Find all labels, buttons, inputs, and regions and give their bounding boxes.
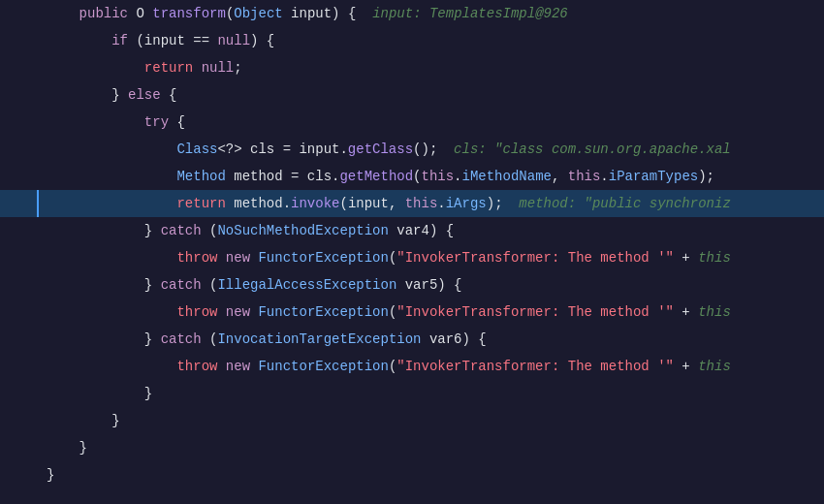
- token: (: [226, 4, 234, 23]
- token: ();: [413, 140, 454, 159]
- code-line-4: } else {: [0, 81, 824, 109]
- token: (: [202, 221, 218, 240]
- keyword-null2: null: [202, 58, 235, 78]
- keyword-this2: this: [568, 167, 601, 186]
- token: [250, 357, 258, 376]
- keyword-new2: new: [226, 302, 250, 322]
- type-class: Class: [176, 140, 217, 159]
- line-content-14: throw new FunctorException ( "InvokerTra…: [39, 353, 824, 380]
- token: (: [202, 330, 218, 349]
- code-line-3: return null ;: [0, 54, 824, 81]
- line-number-17: [0, 434, 39, 461]
- keyword-null: null: [217, 31, 250, 50]
- line-number-6: [0, 136, 39, 163]
- line-content-15: }: [39, 380, 824, 407]
- token: [47, 248, 176, 268]
- token: }: [47, 438, 87, 457]
- line-content-11: } catch ( IllegalAccessException var5) {: [39, 271, 824, 299]
- token: (input ==: [128, 31, 217, 50]
- line-content-16: }: [39, 407, 824, 434]
- token: var6) {: [422, 330, 487, 349]
- type-functorexception2: FunctorException: [258, 302, 388, 322]
- line-content-5: try {: [39, 109, 824, 136]
- line-number-11: [0, 271, 39, 299]
- token: );: [698, 167, 714, 186]
- hint-text: input: TemplatesImpl@926: [372, 4, 568, 23]
- token: [217, 302, 225, 322]
- token: ;: [234, 58, 241, 78]
- line-number-10: [0, 244, 39, 271]
- token: [47, 112, 144, 132]
- line-content-13: } catch ( InvocationTargetException var6…: [39, 326, 824, 353]
- line-number-12: [0, 299, 39, 326]
- line-number-5: [0, 109, 39, 136]
- line-number-14: [0, 353, 39, 380]
- type-functorexception1: FunctorException: [258, 248, 388, 268]
- method-name: transform: [152, 4, 226, 23]
- token: .: [437, 194, 445, 213]
- code-line-5: try {: [0, 109, 824, 136]
- token: [217, 357, 225, 376]
- line-content-3: return null ;: [39, 54, 824, 81]
- code-line-10: throw new FunctorException ( "InvokerTra…: [0, 244, 824, 271]
- keyword-throw3: throw: [176, 357, 217, 376]
- token: );: [487, 194, 520, 213]
- code-line-16: }: [0, 407, 824, 434]
- token: .: [454, 167, 461, 186]
- code-line-8: return method. invoke (input, this . iAr…: [0, 190, 824, 217]
- token: [193, 58, 201, 78]
- code-line-9: } catch ( NoSuchMethodException var4) {: [0, 217, 824, 244]
- field-imethodname: iMethodName: [462, 167, 552, 186]
- token: [47, 302, 176, 322]
- token: (: [413, 167, 421, 186]
- hint-method: method: "public synchroniz: [519, 194, 730, 213]
- line-content-18: }: [39, 461, 824, 488]
- keyword-this3: this: [405, 194, 438, 213]
- token: (: [389, 357, 396, 376]
- code-line-1: public O transform ( Object input) { inp…: [0, 0, 824, 27]
- type-method: Method: [176, 167, 225, 186]
- token: [47, 140, 176, 159]
- line-number-18: [0, 461, 39, 488]
- keyword-this1: this: [422, 167, 455, 186]
- code-line-6: Class <?> cls = input. getClass (); cls:…: [0, 136, 824, 163]
- token: O: [128, 4, 152, 23]
- line-number-8: [0, 190, 39, 217]
- token: var5) {: [396, 275, 461, 295]
- token: {: [169, 112, 185, 132]
- type-functorexception3: FunctorException: [258, 357, 388, 376]
- token: }: [47, 384, 152, 403]
- code-line-15: }: [0, 380, 824, 407]
- line-content-2: if (input == null ) {: [39, 27, 824, 54]
- line-content-17: }: [39, 434, 824, 461]
- code-line-2: if (input == null ) {: [0, 27, 824, 54]
- token: [217, 248, 225, 268]
- keyword-return2: return: [176, 194, 225, 213]
- token: var4) {: [389, 221, 454, 240]
- token: [250, 302, 258, 322]
- line-content-1: public O transform ( Object input) { inp…: [39, 0, 824, 27]
- code-line-18: }: [0, 461, 824, 488]
- string-3: "InvokerTransformer: The method '": [396, 357, 674, 376]
- token: (: [389, 248, 396, 268]
- token: }: [47, 330, 161, 349]
- keyword-try: try: [144, 112, 169, 132]
- token: }: [47, 275, 161, 295]
- code-line-7: Method method = cls. getMethod ( this . …: [0, 163, 824, 190]
- field-iparamtypes: iParamTypes: [609, 167, 698, 186]
- keyword-public: public: [79, 4, 128, 23]
- method-invoke: invoke: [291, 194, 339, 213]
- method-getmethod: getMethod: [339, 167, 413, 186]
- type-nosuchmethodexception: NoSuchMethodException: [217, 221, 388, 240]
- code-editor: public O transform ( Object input) { inp…: [0, 0, 824, 504]
- token: [47, 357, 176, 376]
- keyword-catch3: catch: [161, 330, 202, 349]
- line-number-15: [0, 380, 39, 407]
- line-content-10: throw new FunctorException ( "InvokerTra…: [39, 244, 824, 271]
- hint-this2: this: [698, 302, 731, 322]
- hint-this3: this: [698, 357, 731, 376]
- token: ,: [552, 167, 568, 186]
- code-line-12: throw new FunctorException ( "InvokerTra…: [0, 299, 824, 326]
- line-number-3: [0, 54, 39, 81]
- token: <?> cls = input.: [217, 140, 347, 159]
